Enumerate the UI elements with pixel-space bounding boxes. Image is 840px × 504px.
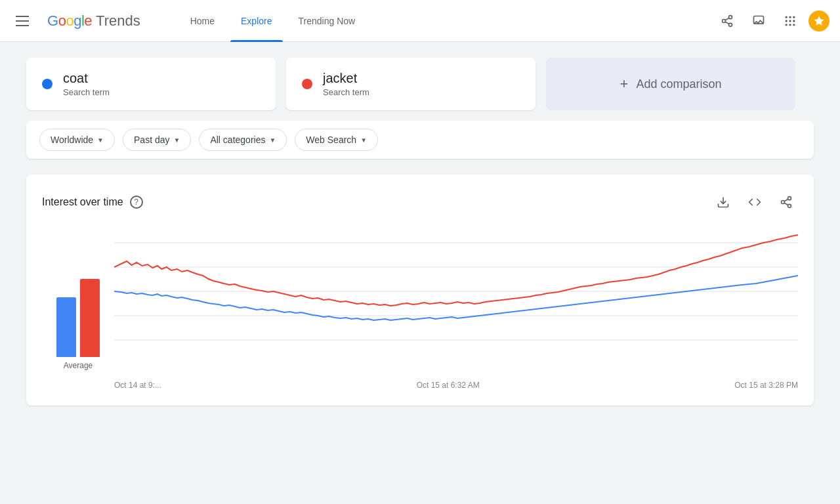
svg-point-12 [786, 24, 788, 26]
search-terms-row: coat Search term jacket Search term + Ad… [26, 58, 814, 110]
average-bars [56, 265, 100, 357]
x-label-2: Oct 15 at 6:32 AM [417, 381, 480, 390]
svg-point-2 [729, 23, 732, 26]
term1-info: coat Search term [63, 71, 110, 97]
account-avatar[interactable] [808, 10, 830, 32]
chevron-down-icon: ▼ [360, 136, 367, 144]
chevron-down-icon: ▼ [174, 136, 180, 144]
svg-line-4 [725, 18, 729, 20]
jacket-line [114, 235, 798, 306]
search-term-card-2[interactable]: jacket Search term [286, 58, 536, 110]
nav-item-home[interactable]: Home [180, 0, 225, 42]
header-right [714, 8, 830, 34]
apps-button[interactable] [777, 8, 803, 34]
chevron-down-icon: ▼ [97, 136, 104, 144]
term2-info: jacket Search term [323, 71, 369, 97]
add-comparison-label: Add comparison [636, 77, 721, 91]
header-left: Google Trends Home Explore Trending Now [10, 0, 366, 42]
svg-point-13 [789, 24, 791, 26]
svg-point-11 [793, 20, 795, 22]
help-icon[interactable]: ? [130, 196, 143, 209]
svg-point-0 [729, 15, 732, 18]
logo[interactable]: Google Trends [47, 12, 140, 30]
filter-time[interactable]: Past day ▼ [123, 129, 191, 151]
nav-item-explore[interactable]: Explore [230, 0, 282, 42]
svg-point-19 [788, 204, 791, 207]
share-chart-button[interactable] [774, 190, 798, 214]
svg-point-18 [782, 201, 785, 204]
chart-title-area: Interest over time ? [42, 196, 143, 209]
filters-row: Worldwide ▼ Past day ▼ All categories ▼ … [26, 121, 814, 159]
embed-button[interactable] [743, 190, 766, 214]
svg-point-1 [723, 19, 726, 22]
chart-area: Average 100 75 50 25 [42, 230, 798, 390]
line-chart-container: 100 75 50 25 Oct 14 at 9:... Oct 15 at 6… [114, 230, 798, 390]
share-button[interactable] [714, 8, 740, 34]
chart-actions [711, 190, 798, 214]
svg-point-6 [786, 16, 788, 18]
term2-type: Search term [323, 87, 369, 97]
feedback-button[interactable] [746, 8, 772, 34]
main-content: coat Search term jacket Search term + Ad… [0, 42, 840, 421]
hamburger-menu[interactable] [10, 10, 34, 32]
svg-point-7 [789, 16, 791, 18]
x-label-1: Oct 14 at 9:... [114, 381, 161, 390]
chart-title: Interest over time [42, 196, 123, 208]
chart-card: Interest over time ? [26, 175, 814, 406]
filter-region[interactable]: Worldwide ▼ [39, 129, 115, 151]
term2-dot [302, 79, 312, 89]
bar-coat [56, 297, 76, 357]
x-label-3: Oct 15 at 3:28 PM [734, 381, 798, 390]
svg-line-3 [725, 22, 729, 24]
svg-point-8 [793, 16, 795, 18]
svg-line-20 [784, 203, 788, 205]
chart-header: Interest over time ? [42, 190, 798, 214]
svg-marker-15 [814, 16, 824, 25]
term1-dot [42, 79, 52, 89]
filter-category[interactable]: All categories ▼ [199, 129, 287, 151]
chevron-down-icon: ▼ [269, 136, 276, 144]
bar-jacket [80, 279, 100, 357]
svg-point-10 [789, 20, 791, 22]
filter-search-type[interactable]: Web Search ▼ [295, 129, 378, 151]
download-button[interactable] [711, 190, 735, 214]
term1-type: Search term [63, 87, 110, 97]
plus-icon: + [620, 75, 629, 93]
svg-line-21 [784, 199, 788, 201]
svg-point-9 [786, 20, 788, 22]
average-label: Average [64, 361, 93, 370]
add-comparison-card[interactable]: + Add comparison [546, 58, 795, 110]
nav-item-trending[interactable]: Trending Now [288, 0, 366, 42]
search-term-card-1[interactable]: coat Search term [26, 58, 276, 110]
svg-point-17 [788, 197, 791, 200]
svg-point-14 [793, 24, 795, 26]
main-nav: Home Explore Trending Now [180, 0, 366, 42]
chart-left: Average [42, 230, 114, 390]
line-chart-svg: 100 75 50 25 [114, 230, 798, 374]
trends-logo-text: Trends [96, 12, 140, 30]
term1-name: coat [63, 71, 110, 86]
term2-name: jacket [323, 71, 369, 86]
x-axis-labels: Oct 14 at 9:... Oct 15 at 6:32 AM Oct 15… [114, 377, 798, 390]
header: Google Trends Home Explore Trending Now [0, 0, 840, 42]
google-logo-text: Google [47, 12, 92, 30]
